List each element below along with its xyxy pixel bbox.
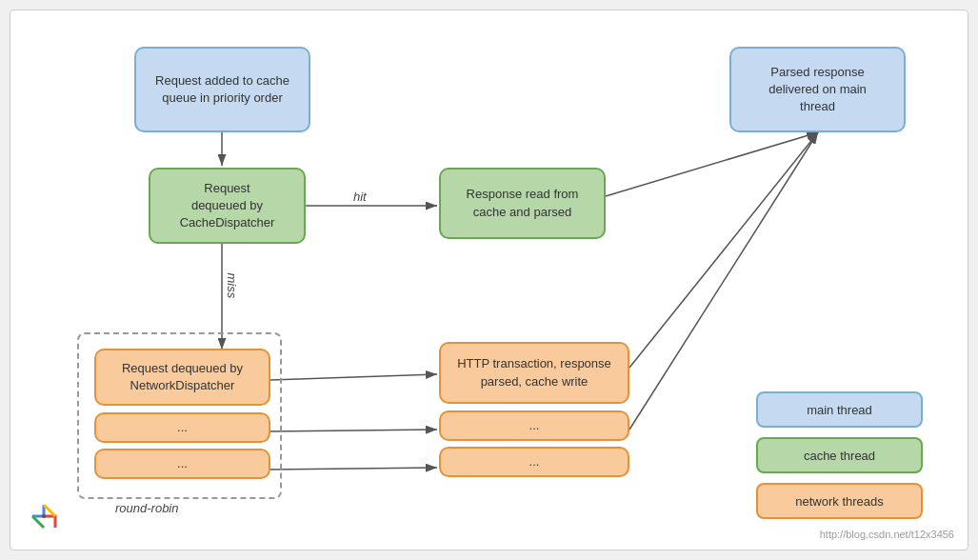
hit-label: hit: [353, 190, 367, 204]
parsed-response-node: Parsed responsedelivered on mainthread: [729, 47, 906, 132]
svg-point-10: [42, 514, 46, 518]
network-more1-node: ...: [94, 412, 270, 443]
legend-main-thread: main thread: [756, 391, 923, 428]
legend-cache-thread: cache thread: [756, 437, 923, 473]
legend-network-threads: network threads: [756, 483, 923, 519]
cache-dispatcher-node: Requestdequeued byCacheDispatcher: [149, 168, 306, 244]
svg-line-6: [270, 468, 437, 470]
round-robin-label: round-robin: [115, 501, 179, 515]
svg-line-9: [629, 132, 818, 430]
svg-line-5: [270, 430, 437, 431]
http-more1-node: ...: [439, 410, 629, 441]
network-more2-node: ...: [94, 449, 270, 479]
svg-line-7: [606, 132, 818, 196]
google-logo: [30, 502, 58, 536]
watermark: http://blog.csdn.net/t12x3456: [820, 529, 954, 540]
start-node: Request added to cache queue in priority…: [134, 47, 310, 132]
http-more2-node: ...: [439, 447, 629, 477]
svg-line-4: [270, 374, 437, 380]
diagram-container: Request added to cache queue in priority…: [10, 10, 968, 550]
network-dispatcher-node: Request dequeued byNetworkDispatcher: [94, 349, 270, 406]
svg-line-8: [629, 132, 818, 368]
http-transaction-node: HTTP transaction, responseparsed, cache …: [439, 342, 629, 404]
miss-label: miss: [225, 273, 239, 299]
cache-response-node: Response read fromcache and parsed: [439, 168, 606, 239]
